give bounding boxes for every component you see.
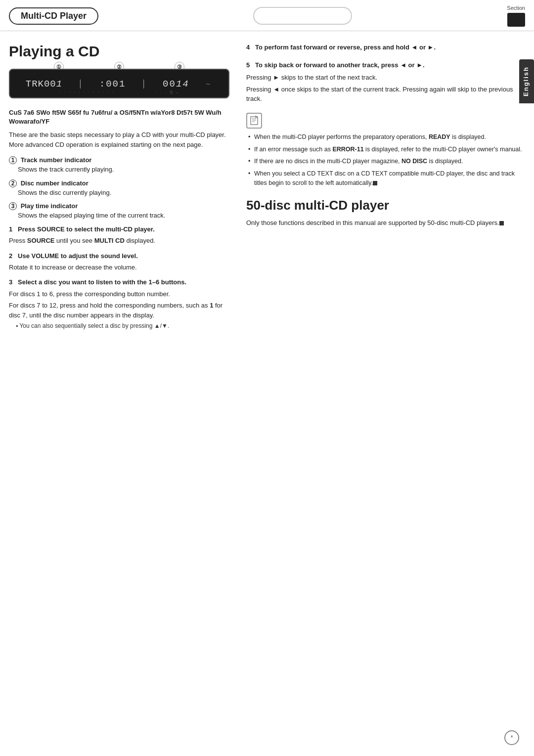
indicator-1-title: 1 Track number indicator [9, 156, 229, 164]
display-diagram: TRK001 │ :001 │ 0014 ～ · · · · · · · · ·… [9, 69, 229, 98]
note-icon [246, 113, 262, 129]
multi-cd-pill: Multi-CD Player [9, 7, 98, 25]
stop-icon [373, 181, 377, 185]
indicator-2-desc: Shows the disc currently playing. [18, 188, 229, 197]
disc-stop-icon [499, 221, 504, 225]
indicator-2-num: 2 [9, 179, 17, 187]
english-tab: English [519, 59, 534, 103]
display-sep-1: │ [78, 80, 84, 89]
display-text: TRK001 │ :001 │ 0014 ～ [18, 79, 221, 89]
top-header: Multi-CD Player Section [0, 0, 534, 31]
page-number: * [504, 730, 519, 745]
intro-text: These are the basic steps necessary to p… [9, 130, 229, 149]
disc-section-body: Only those functions described in this m… [246, 218, 525, 228]
display-seg-1: TRK001 [26, 79, 62, 89]
right-column: 4 To perform fast forward or reverse, pr… [241, 31, 525, 336]
step-1: 1 Press SOURCE to select the multi-CD pl… [9, 225, 229, 246]
main-content: Playing a CD ① ② ③ TRK001 │ :001 │ 0014 … [0, 31, 534, 336]
section-black-box [507, 13, 525, 27]
display-wave: ～ [205, 80, 213, 89]
disc-section-title: 50-disc multi-CD player [246, 198, 525, 213]
section-label: Section [507, 5, 525, 11]
header-left: Multi-CD Player [9, 7, 98, 25]
note-bullets: When the multi-CD player performs the pr… [246, 133, 525, 188]
note-item-3: If there are no discs in the multi-CD pl… [246, 157, 525, 166]
indicator-3: 3 Play time indicator Shows the elapsed … [9, 202, 229, 220]
display-diagram-wrapper: ① ② ③ TRK001 │ :001 │ 0014 ～ · · · · · ·… [9, 69, 229, 98]
multi-cd-label: Multi-CD Player [21, 11, 87, 21]
right-step-5-body-2: Pressing ◄ once skips to the start of th… [246, 85, 525, 104]
indicator-1-num: 1 [9, 156, 17, 164]
indicator-2-title: 2 Disc number indicator [9, 179, 229, 187]
header-center [98, 7, 507, 25]
indicator-1-desc: Shows the track currently playing. [18, 165, 229, 174]
right-step-5-title: 5 To skip back or forward to another tra… [246, 61, 525, 70]
step-3-body-1: For discs 1 to 6, press the correspondin… [9, 289, 229, 299]
right-step-5-body-1: Pressing ► skips to the start of the nex… [246, 73, 525, 83]
page-title: Playing a CD [9, 43, 229, 60]
note-item-1: When the multi-CD player performs the pr… [246, 133, 525, 142]
step-2-body: Rotate it to increase or decrease the vo… [9, 263, 229, 272]
step-2: 2 Use VOLUME to adjust the sound level. … [9, 252, 229, 272]
step-3-bullet: You can also sequentially select a disc … [16, 322, 229, 330]
dot-right: · · · ☰ ～ [155, 90, 179, 95]
indicator-3-title: 3 Play time indicator [9, 202, 229, 210]
step-3-body-2: For discs 7 to 12, press and hold the co… [9, 301, 229, 320]
left-column: Playing a CD ① ② ③ TRK001 │ :001 │ 0014 … [9, 31, 241, 336]
dot: · · · · · · · · · · · · [59, 90, 114, 95]
right-step-4-title: 4 To perform fast forward or reverse, pr… [246, 43, 525, 52]
right-step-5: 5 To skip back or forward to another tra… [246, 61, 525, 104]
header-right: Section [507, 5, 525, 27]
display-dots: · · · · · · · · · · · · · · · ☰ ～ [14, 90, 224, 95]
indicator-3-desc: Shows the elapsed playing time of the cu… [18, 211, 229, 220]
header-center-pill [253, 7, 352, 25]
step-1-body: Press SOURCE until you see MULTI CD disp… [9, 236, 229, 246]
step-3-title: 3 Select a disc you want to listen to wi… [9, 278, 229, 287]
note-item-2: If an error message such as ERROR-11 is … [246, 145, 525, 154]
display-seg-2: :001 [99, 79, 126, 89]
display-seg-3: 0014 [163, 79, 189, 89]
indicator-2: 2 Disc number indicator Shows the disc c… [9, 179, 229, 197]
indicator-3-num: 3 [9, 202, 17, 210]
note-item-4: When you select a CD TEXT disc on a CD T… [246, 169, 525, 188]
step-2-title: 2 Use VOLUME to adjust the sound level. [9, 252, 229, 261]
right-step-4: 4 To perform fast forward or reverse, pr… [246, 43, 525, 52]
indicator-1: 1 Track number indicator Shows the track… [9, 156, 229, 174]
disc-section: 50-disc multi-CD player Only those funct… [246, 198, 525, 228]
note-box: When the multi-CD player performs the pr… [246, 113, 525, 188]
step-3: 3 Select a disc you want to listen to wi… [9, 278, 229, 330]
intro-bold: CuS 7a6 SWo ft5W S65f fu 7u6fru/ a OS/f5… [9, 108, 229, 126]
display-sep-2: │ [141, 80, 147, 89]
step-1-title: 1 Press SOURCE to select the multi-CD pl… [9, 225, 229, 234]
